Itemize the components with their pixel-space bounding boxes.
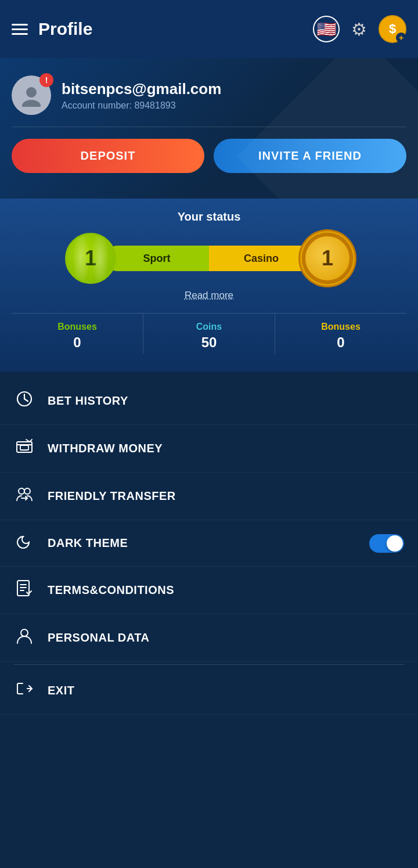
status-section: Your status 1 Sport Casino 1 Read more B… (0, 199, 418, 372)
casino-bonuses-value: 0 (281, 334, 401, 351)
profile-account: Account number: 89481893 (62, 100, 221, 111)
casino-level-badge: 1 (302, 233, 353, 284)
sport-pill: Sport (105, 246, 209, 271)
sidebar-item-exit[interactable]: EXIT (0, 667, 418, 715)
avatar-badge: ! (39, 73, 53, 87)
person-icon (14, 627, 35, 649)
sport-bonuses-stat: Bonuses 0 (12, 314, 143, 354)
flag-icon[interactable]: 🇺🇸 (313, 16, 340, 42)
friendly-transfer-icon (14, 485, 35, 507)
clock-icon (14, 390, 35, 412)
sidebar-item-personal-data[interactable]: PERSONAL DATA (0, 614, 418, 662)
terms-icon (14, 579, 35, 601)
terms-conditions-label: TERMS&CONDITIONS (48, 584, 404, 597)
coins-stat: Coins 50 (143, 314, 275, 354)
svg-point-0 (26, 87, 37, 98)
menu-divider (14, 664, 404, 665)
page-title: Profile (38, 19, 313, 39)
casino-pill: Casino (209, 246, 314, 271)
deposit-button[interactable]: DEPOSIT (12, 139, 204, 173)
avatar-wrap: ! (12, 75, 51, 115)
profile-section: ! bitsenpcs@gmail.com Account number: 89… (0, 58, 418, 199)
svg-point-17 (21, 629, 28, 636)
coins-value: 50 (149, 334, 269, 351)
header-icons: 🇺🇸 ⚙ $ + (313, 15, 406, 43)
menu-icon[interactable] (12, 24, 28, 35)
deposit-coin-button[interactable]: $ + (379, 15, 406, 43)
sidebar-item-terms-conditions[interactable]: TERMS&CONDITIONS (0, 567, 418, 614)
sidebar-item-bet-history[interactable]: BET HISTORY (0, 377, 418, 425)
casino-bonuses-stat: Bonuses 0 (275, 314, 406, 354)
read-more[interactable]: Read more (12, 290, 406, 301)
status-bar-container: 1 Sport Casino 1 (12, 233, 406, 284)
withdraw-money-label: WITHDRAW MONEY (48, 442, 404, 455)
sport-level-badge: 1 (65, 233, 116, 284)
svg-point-1 (22, 100, 41, 107)
coins-label: Coins (149, 322, 269, 332)
bet-history-label: BET HISTORY (48, 394, 404, 408)
status-pill: Sport Casino (105, 246, 314, 271)
exit-icon (14, 680, 35, 701)
sidebar-item-withdraw-money[interactable]: WITHDRAW MONEY (0, 425, 418, 473)
toggle-thumb (387, 535, 403, 552)
casino-bonuses-label: Bonuses (281, 322, 401, 332)
svg-point-10 (19, 488, 24, 494)
menu-section: BET HISTORY WITHDRAW MONEY (0, 372, 418, 721)
dark-theme-toggle[interactable] (369, 534, 404, 553)
svg-rect-6 (20, 445, 28, 450)
svg-line-4 (24, 399, 28, 401)
action-buttons: DEPOSIT INVITE A FRIEND (12, 139, 406, 173)
gear-icon[interactable]: ⚙ (351, 19, 367, 39)
svg-point-11 (24, 488, 30, 494)
sport-bonuses-value: 0 (17, 334, 137, 351)
sport-bonuses-label: Bonuses (17, 322, 137, 332)
profile-info: bitsenpcs@gmail.com Account number: 8948… (62, 80, 221, 111)
sidebar-item-dark-theme[interactable]: DARK THEME (0, 520, 418, 567)
profile-email: bitsenpcs@gmail.com (62, 80, 221, 98)
invite-friend-button[interactable]: INVITE A FRIEND (214, 139, 406, 173)
stats-row: Bonuses 0 Coins 50 Bonuses 0 (12, 313, 406, 354)
personal-data-label: PERSONAL DATA (48, 631, 404, 644)
friendly-transfer-label: FRIENDLY TRANSFER (48, 489, 404, 503)
moon-icon (14, 533, 35, 553)
sidebar-item-friendly-transfer[interactable]: FRIENDLY TRANSFER (0, 473, 418, 520)
profile-divider (12, 127, 406, 127)
dark-theme-label: DARK THEME (48, 536, 356, 550)
status-title: Your status (12, 210, 406, 224)
header: Profile 🇺🇸 ⚙ $ + (0, 0, 418, 58)
exit-label: EXIT (48, 684, 404, 697)
profile-user-row: ! bitsenpcs@gmail.com Account number: 89… (12, 75, 406, 115)
svg-rect-5 (17, 442, 32, 452)
withdraw-icon (14, 438, 35, 459)
